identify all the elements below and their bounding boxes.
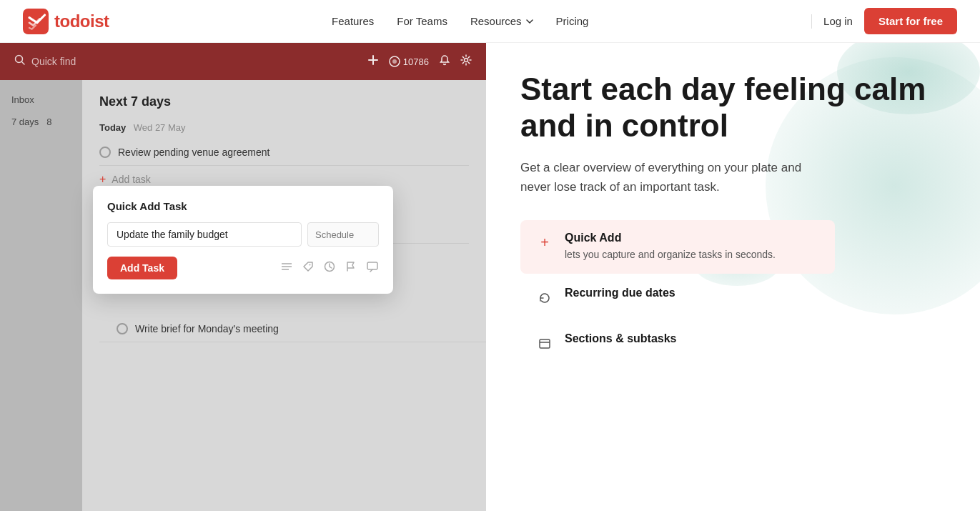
task-text: Review pending venue agreement: [118, 147, 269, 158]
sidebar-item-inbox[interactable]: Inbox: [0, 89, 82, 111]
login-link[interactable]: Log in: [823, 15, 853, 27]
nav-features[interactable]: Features: [332, 15, 374, 27]
search-placeholder: Quick find: [31, 56, 76, 67]
today-date: Wed 27 May: [134, 122, 186, 133]
quick-add-icon-wrap: +: [535, 233, 555, 253]
today-label: Today: [99, 122, 126, 133]
feature-sections[interactable]: Sections & subtasks: [520, 321, 835, 365]
recurring-content: Recurring due dates: [565, 287, 821, 302]
page-title: Next 7 days: [99, 94, 469, 109]
add-task-icon[interactable]: [367, 54, 379, 69]
chevron-down-icon: [526, 19, 533, 24]
search-area[interactable]: Quick find: [14, 54, 356, 69]
main-content: Quick find 10786 Inbox 7: [0, 43, 980, 511]
marketing-panel: Start each day feeling calm and in contr…: [486, 43, 980, 511]
reminder-icon[interactable]: [323, 260, 336, 276]
nav-for-teams[interactable]: For Teams: [397, 15, 447, 27]
app-sidebar: Inbox 7 days 8: [0, 80, 82, 511]
list-icon[interactable]: [280, 260, 293, 276]
feature-name: Recurring due dates: [565, 287, 821, 299]
svg-line-2: [22, 62, 25, 65]
search-icon: [14, 54, 26, 69]
nav-pricing[interactable]: Pricing: [556, 15, 589, 27]
task-text: Write brief for Monday's meeting: [135, 323, 279, 334]
svg-point-11: [310, 264, 311, 266]
comment-icon[interactable]: [366, 260, 379, 276]
logo[interactable]: todoist: [23, 9, 109, 34]
hero-subtitle: Get a clear overview of everything on yo…: [520, 158, 835, 197]
task-input[interactable]: [107, 222, 302, 247]
svg-rect-13: [367, 262, 377, 269]
recurring-icon-wrap: [535, 288, 555, 308]
header-icons: 10786: [367, 54, 472, 69]
nav-links: Features For Teams Resources Pricing: [332, 15, 588, 27]
navbar-actions: Log in Start for free: [811, 8, 957, 34]
write-brief-row: Write brief for Monday's meeting: [99, 316, 486, 342]
feature-recurring[interactable]: Recurring due dates: [520, 275, 835, 319]
svg-rect-14: [540, 339, 550, 348]
nav-resources[interactable]: Resources: [470, 15, 533, 27]
quick-add-modal: Quick Add Task Add Task: [93, 186, 393, 294]
app-panel: Quick find 10786 Inbox 7: [0, 43, 486, 511]
recurring-icon: [538, 291, 552, 305]
task-checkbox[interactable]: [117, 323, 128, 334]
settings-icon[interactable]: [460, 54, 472, 69]
feature-quick-add[interactable]: + Quick Add lets you capture and organiz…: [520, 220, 835, 274]
feature-name: Quick Add: [565, 232, 821, 244]
add-task-plus-icon: +: [99, 173, 106, 186]
flag-icon[interactable]: [345, 260, 357, 276]
navbar: todoist Features For Teams Resources Pri…: [0, 0, 980, 43]
nav-separator: [811, 14, 812, 29]
modal-title: Quick Add Task: [107, 200, 379, 212]
label-icon[interactable]: [302, 260, 315, 276]
feature-name: Sections & subtasks: [565, 332, 821, 345]
schedule-input[interactable]: [307, 222, 379, 247]
today-section-header: Today Wed 27 May: [99, 121, 469, 134]
hero-title: Start each day feeling calm and in contr…: [520, 71, 946, 144]
plus-icon: +: [540, 234, 549, 251]
modal-footer: Add Task: [107, 257, 379, 279]
add-task-button[interactable]: Add Task: [107, 257, 177, 279]
task-checkbox[interactable]: [99, 147, 111, 158]
feature-list: + Quick Add lets you capture and organiz…: [520, 220, 835, 365]
modal-input-row: [107, 222, 379, 247]
sidebar-item-7days[interactable]: 7 days 8: [0, 111, 82, 133]
sections-content: Sections & subtasks: [565, 332, 821, 348]
sections-icon: [538, 337, 551, 350]
logo-text: todoist: [54, 11, 109, 31]
app-header: Quick find 10786: [0, 43, 486, 80]
karma-badge: 10786: [389, 56, 429, 67]
svg-point-7: [465, 59, 468, 62]
add-task-label: Add task: [112, 174, 150, 185]
quick-add-content: Quick Add lets you capture and organize …: [565, 232, 821, 262]
svg-point-6: [392, 59, 397, 64]
table-row: Review pending venue agreement: [99, 139, 469, 166]
sections-icon-wrap: [535, 334, 555, 354]
app-main: Next 7 days Today Wed 27 May Review pend…: [82, 80, 486, 511]
start-for-free-button[interactable]: Start for free: [864, 8, 957, 34]
notifications-icon[interactable]: [439, 54, 450, 69]
feature-desc: lets you capture and organize tasks in s…: [565, 247, 821, 262]
logo-icon: [23, 9, 49, 34]
modal-toolbar-icons: [280, 260, 379, 276]
